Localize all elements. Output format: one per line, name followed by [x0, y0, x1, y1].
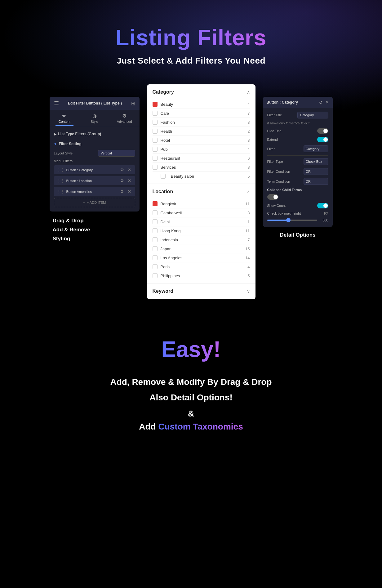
slider-track[interactable] — [267, 220, 317, 221]
checkbox-paris[interactable] — [153, 264, 158, 269]
checkbox-restaurant[interactable] — [153, 156, 158, 161]
filter-type-select[interactable]: Check Box — [304, 158, 328, 165]
list-item[interactable]: Pub 4 — [153, 145, 250, 154]
item-name-japan: Japan — [161, 247, 246, 251]
checkbox-indonesia[interactable] — [153, 237, 158, 242]
main-title: Listing Filters — [115, 25, 266, 50]
list-item[interactable]: Hotel 3 — [153, 136, 250, 145]
list-item[interactable]: Paris 4 — [153, 262, 250, 271]
drag-handle-icon-2[interactable]: ⋮⋮ — [57, 179, 64, 183]
filter-item-amenities-settings[interactable]: ⚙ — [119, 189, 125, 194]
extend-toggle[interactable] — [317, 137, 328, 142]
list-item[interactable]: Services 8 — [153, 163, 250, 172]
keyword-group-header[interactable]: Keyword ∨ — [147, 283, 255, 299]
tab-advanced[interactable]: ⚙ Advanced — [109, 110, 140, 126]
filter-title-input[interactable] — [297, 112, 328, 118]
category-group-title: Category — [153, 89, 174, 95]
hide-title-row: Hide Title — [267, 128, 328, 134]
list-item[interactable]: Hong Kong 11 — [153, 226, 250, 235]
list-item[interactable]: Cafe 7 — [153, 109, 250, 118]
checkbox-cafe[interactable] — [153, 111, 158, 116]
item-count-indonesia: 7 — [247, 238, 250, 242]
term-condition-select[interactable]: OR — [304, 178, 328, 185]
menu-filters-label: Menu Filters — [54, 159, 135, 163]
collapse-child-toggle[interactable] — [267, 194, 278, 200]
drag-handle-icon-3[interactable]: ⋮⋮ — [57, 189, 64, 194]
layout-style-select[interactable]: Vertical — [98, 150, 135, 157]
list-item[interactable]: Indonesia 7 — [153, 235, 250, 244]
item-count-pub: 4 — [247, 147, 250, 152]
add-item-button[interactable]: + + ADD ITEM — [54, 198, 135, 207]
item-count-japan: 15 — [245, 247, 250, 251]
list-item[interactable]: Los Angeles 14 — [153, 253, 250, 262]
checkbox-health[interactable] — [153, 129, 158, 134]
show-count-toggle[interactable] — [317, 203, 328, 208]
filter-condition-select[interactable]: OR — [304, 168, 328, 175]
tab-content[interactable]: ✏ Content — [50, 110, 80, 126]
item-name-paris: Paris — [161, 265, 248, 269]
list-type-arrow-icon: ▶ — [54, 132, 56, 136]
detail-options-label: Detail Options — [280, 232, 315, 238]
checkbox-services[interactable] — [153, 165, 158, 170]
item-name-bangkok: Bangkok — [161, 202, 246, 206]
checkbox-hotel[interactable] — [153, 138, 158, 143]
hide-title-toggle[interactable] — [317, 128, 328, 134]
list-item[interactable]: Japan 15 — [153, 244, 250, 253]
list-item[interactable]: · Beauty salon 5 — [161, 172, 250, 180]
bottom-section: Easy! Add, Remove & Modify By Drag & Dro… — [0, 318, 382, 457]
item-count-paris: 4 — [247, 265, 250, 269]
slider-row: 300 — [267, 218, 328, 222]
category-group-header[interactable]: Category ∧ — [147, 84, 255, 100]
checkbox-delhi[interactable] — [153, 219, 158, 224]
right-panel-refresh-button[interactable]: ↺ — [319, 100, 323, 105]
filter-item-amenities: ⋮⋮ Button Amenities ⚙ ✕ — [54, 187, 135, 196]
right-panel-close-button[interactable]: ✕ — [325, 100, 329, 105]
checkbox-fashion[interactable] — [153, 120, 158, 125]
filter-setting-header[interactable]: ▼ Filter Setting — [54, 140, 135, 147]
checkbox-max-height-label: Check box max height — [267, 212, 324, 215]
drag-handle-icon[interactable]: ⋮⋮ — [57, 168, 64, 172]
tab-style[interactable]: ◑ Style — [79, 110, 109, 126]
add-item-label: + ADD ITEM — [87, 201, 106, 204]
color-dot-beauty — [153, 102, 158, 107]
filter-item-location-settings[interactable]: ⚙ — [119, 178, 125, 183]
filter-item-location-remove[interactable]: ✕ — [127, 178, 132, 183]
list-item[interactable]: Beauty 4 — [153, 100, 250, 109]
checkbox-losangeles[interactable] — [153, 255, 158, 260]
list-item[interactable]: Health 2 — [153, 127, 250, 136]
left-panel-header: ☰ Edit Filter Buttons ( List Type ) ⊞ — [50, 97, 140, 110]
easy-title: Easy! — [161, 336, 221, 362]
item-name-hotel: Hotel — [161, 138, 248, 143]
checkbox-japan[interactable] — [153, 246, 158, 251]
grid-icon: ⊞ — [131, 100, 135, 106]
list-item[interactable]: Philippines 5 — [153, 271, 250, 280]
layout-style-row: Layout Style Vertical — [54, 150, 135, 157]
location-group-header[interactable]: Location ∧ — [147, 184, 255, 199]
list-item[interactable]: Delhi 1 — [153, 217, 250, 226]
filter-title-row: Filter Title — [267, 112, 328, 118]
list-item[interactable]: Restaurant 6 — [153, 154, 250, 163]
checkbox-camberwell[interactable] — [153, 210, 158, 215]
filter-item-amenities-remove[interactable]: ✕ — [127, 189, 132, 194]
extend-label: Extend — [267, 138, 317, 141]
item-name-indonesia: Indonesia — [161, 238, 248, 242]
demo-area: ☰ Edit Filter Buttons ( List Type ) ⊞ ✏ … — [0, 84, 382, 299]
checkbox-philippines[interactable] — [153, 273, 158, 278]
item-count-restaurant: 6 — [247, 156, 250, 161]
list-type-group-header[interactable]: ▶ List Type Filters (Group) — [54, 131, 135, 137]
list-item[interactable]: Fashion 3 — [153, 118, 250, 127]
filter-item-category-remove[interactable]: ✕ — [127, 167, 132, 172]
checkbox-beauty-salon[interactable] — [161, 174, 166, 179]
divider-1 — [267, 155, 328, 156]
filter-select[interactable]: Category — [304, 145, 328, 152]
filter-item-category-settings[interactable]: ⚙ — [119, 167, 125, 172]
slider-thumb[interactable] — [286, 218, 291, 222]
list-item[interactable]: Camberwell 3 — [153, 208, 250, 217]
show-count-label: Show Count — [267, 204, 317, 207]
item-name-pub: Pub — [161, 147, 248, 152]
custom-taxonomies-link[interactable]: Custom Taxonomies — [158, 422, 243, 431]
checkbox-pub[interactable] — [153, 147, 158, 152]
checkbox-hongkong[interactable] — [153, 228, 158, 233]
filter-item-category: ⋮⋮ Button : Category ⚙ ✕ — [54, 165, 135, 174]
list-item[interactable]: Bangkok 11 — [153, 199, 250, 208]
